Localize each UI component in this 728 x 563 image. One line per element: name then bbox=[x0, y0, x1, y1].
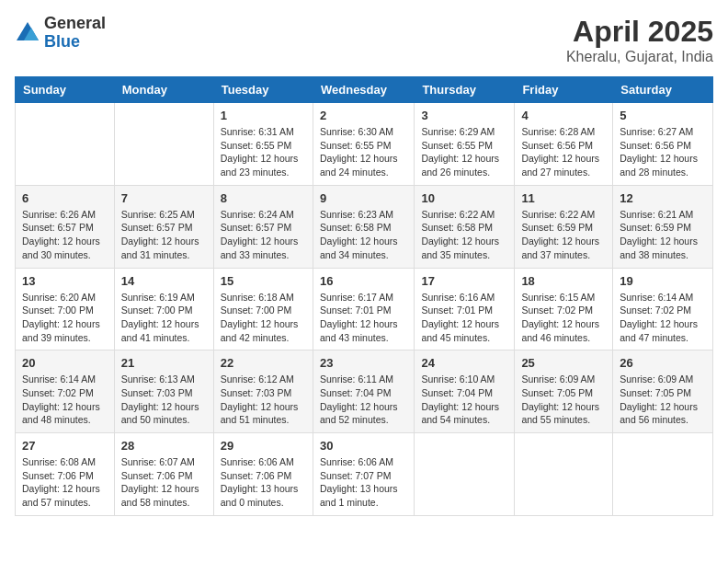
calendar-day-cell: 30Sunrise: 6:06 AM Sunset: 7:07 PM Dayli… bbox=[313, 433, 414, 516]
day-number: 1 bbox=[221, 109, 306, 122]
cell-sun-info: Sunrise: 6:17 AM Sunset: 7:01 PM Dayligh… bbox=[320, 291, 407, 345]
calendar-day-cell: 6Sunrise: 6:26 AM Sunset: 6:57 PM Daylig… bbox=[16, 185, 115, 268]
day-number: 20 bbox=[22, 356, 108, 370]
day-number: 10 bbox=[421, 191, 507, 205]
logo-blue-text: Blue bbox=[44, 33, 106, 52]
calendar-day-cell: 28Sunrise: 6:07 AM Sunset: 7:06 PM Dayli… bbox=[114, 433, 213, 516]
calendar-day-cell: 24Sunrise: 6:10 AM Sunset: 7:04 PM Dayli… bbox=[415, 350, 515, 433]
cell-sun-info: Sunrise: 6:18 AM Sunset: 7:00 PM Dayligh… bbox=[221, 291, 306, 345]
cell-sun-info: Sunrise: 6:13 AM Sunset: 7:03 PM Dayligh… bbox=[121, 373, 207, 427]
calendar-day-cell: 27Sunrise: 6:08 AM Sunset: 7:06 PM Dayli… bbox=[16, 433, 115, 516]
weekday-header-cell: Wednesday bbox=[313, 77, 414, 103]
weekday-header-cell: Saturday bbox=[613, 77, 713, 103]
day-number: 25 bbox=[521, 356, 606, 370]
day-number: 21 bbox=[121, 356, 207, 370]
calendar-day-cell bbox=[613, 433, 713, 516]
cell-sun-info: Sunrise: 6:22 AM Sunset: 6:59 PM Dayligh… bbox=[521, 208, 606, 262]
day-number: 27 bbox=[22, 439, 108, 453]
calendar-day-cell: 15Sunrise: 6:18 AM Sunset: 7:00 PM Dayli… bbox=[213, 268, 313, 350]
day-number: 4 bbox=[521, 109, 606, 122]
cell-sun-info: Sunrise: 6:27 AM Sunset: 6:56 PM Dayligh… bbox=[620, 125, 706, 179]
cell-sun-info: Sunrise: 6:16 AM Sunset: 7:01 PM Dayligh… bbox=[421, 291, 507, 345]
day-number: 23 bbox=[320, 356, 407, 370]
calendar-day-cell: 19Sunrise: 6:14 AM Sunset: 7:02 PM Dayli… bbox=[613, 268, 713, 350]
logo: General Blue bbox=[15, 15, 106, 52]
weekday-header-cell: Sunday bbox=[16, 77, 115, 103]
day-number: 28 bbox=[121, 439, 207, 453]
calendar-day-cell: 8Sunrise: 6:24 AM Sunset: 6:57 PM Daylig… bbox=[213, 185, 313, 268]
calendar-day-cell bbox=[515, 433, 613, 516]
calendar-day-cell: 21Sunrise: 6:13 AM Sunset: 7:03 PM Dayli… bbox=[114, 350, 213, 433]
cell-sun-info: Sunrise: 6:23 AM Sunset: 6:58 PM Dayligh… bbox=[320, 208, 407, 262]
cell-sun-info: Sunrise: 6:19 AM Sunset: 7:00 PM Dayligh… bbox=[121, 291, 207, 345]
day-number: 17 bbox=[421, 274, 507, 288]
calendar-day-cell: 5Sunrise: 6:27 AM Sunset: 6:56 PM Daylig… bbox=[613, 103, 713, 186]
cell-sun-info: Sunrise: 6:21 AM Sunset: 6:59 PM Dayligh… bbox=[620, 208, 706, 262]
cell-sun-info: Sunrise: 6:31 AM Sunset: 6:55 PM Dayligh… bbox=[221, 125, 306, 179]
day-number: 12 bbox=[620, 191, 706, 205]
day-number: 15 bbox=[221, 274, 306, 288]
cell-sun-info: Sunrise: 6:14 AM Sunset: 7:02 PM Dayligh… bbox=[620, 291, 706, 345]
calendar-day-cell bbox=[415, 433, 515, 516]
calendar-day-cell: 2Sunrise: 6:30 AM Sunset: 6:55 PM Daylig… bbox=[313, 103, 414, 186]
weekday-header-cell: Tuesday bbox=[213, 77, 313, 103]
cell-sun-info: Sunrise: 6:22 AM Sunset: 6:58 PM Dayligh… bbox=[421, 208, 507, 262]
cell-sun-info: Sunrise: 6:10 AM Sunset: 7:04 PM Dayligh… bbox=[421, 373, 507, 427]
cell-sun-info: Sunrise: 6:24 AM Sunset: 6:57 PM Dayligh… bbox=[221, 208, 306, 262]
day-number: 2 bbox=[320, 109, 407, 122]
calendar-table: SundayMondayTuesdayWednesdayThursdayFrid… bbox=[15, 76, 713, 516]
calendar-day-cell: 4Sunrise: 6:28 AM Sunset: 6:56 PM Daylig… bbox=[515, 103, 613, 186]
calendar-day-cell: 17Sunrise: 6:16 AM Sunset: 7:01 PM Dayli… bbox=[415, 268, 515, 350]
day-number: 6 bbox=[22, 191, 108, 205]
calendar-body: 1Sunrise: 6:31 AM Sunset: 6:55 PM Daylig… bbox=[16, 103, 713, 516]
calendar-day-cell: 16Sunrise: 6:17 AM Sunset: 7:01 PM Dayli… bbox=[313, 268, 414, 350]
day-number: 26 bbox=[620, 356, 706, 370]
calendar-day-cell: 20Sunrise: 6:14 AM Sunset: 7:02 PM Dayli… bbox=[16, 350, 115, 433]
calendar-week-row: 27Sunrise: 6:08 AM Sunset: 7:06 PM Dayli… bbox=[16, 433, 713, 516]
day-number: 9 bbox=[320, 191, 407, 205]
day-number: 13 bbox=[22, 274, 108, 288]
cell-sun-info: Sunrise: 6:08 AM Sunset: 7:06 PM Dayligh… bbox=[22, 455, 108, 510]
day-number: 8 bbox=[221, 191, 306, 205]
cell-sun-info: Sunrise: 6:30 AM Sunset: 6:55 PM Dayligh… bbox=[320, 125, 407, 179]
cell-sun-info: Sunrise: 6:20 AM Sunset: 7:00 PM Dayligh… bbox=[22, 291, 108, 345]
day-number: 30 bbox=[320, 439, 407, 453]
calendar-day-cell bbox=[114, 103, 213, 186]
calendar-day-cell bbox=[16, 103, 115, 186]
logo-icon bbox=[15, 20, 40, 46]
weekday-header-cell: Monday bbox=[114, 77, 213, 103]
cell-sun-info: Sunrise: 6:09 AM Sunset: 7:05 PM Dayligh… bbox=[620, 373, 706, 427]
weekday-header-cell: Thursday bbox=[415, 77, 515, 103]
day-number: 16 bbox=[320, 274, 407, 288]
calendar-day-cell: 1Sunrise: 6:31 AM Sunset: 6:55 PM Daylig… bbox=[213, 103, 313, 186]
cell-sun-info: Sunrise: 6:25 AM Sunset: 6:57 PM Dayligh… bbox=[121, 208, 207, 262]
weekday-header-cell: Friday bbox=[515, 77, 613, 103]
calendar-day-cell: 26Sunrise: 6:09 AM Sunset: 7:05 PM Dayli… bbox=[613, 350, 713, 433]
cell-sun-info: Sunrise: 6:14 AM Sunset: 7:02 PM Dayligh… bbox=[22, 373, 108, 427]
day-number: 18 bbox=[521, 274, 606, 288]
month-title: April 2025 bbox=[566, 15, 713, 49]
location-title: Kheralu, Gujarat, India bbox=[566, 49, 713, 65]
cell-sun-info: Sunrise: 6:12 AM Sunset: 7:03 PM Dayligh… bbox=[221, 373, 306, 427]
cell-sun-info: Sunrise: 6:26 AM Sunset: 6:57 PM Dayligh… bbox=[22, 208, 108, 262]
calendar-day-cell: 18Sunrise: 6:15 AM Sunset: 7:02 PM Dayli… bbox=[515, 268, 613, 350]
logo-general-text: General bbox=[44, 15, 106, 33]
calendar-day-cell: 29Sunrise: 6:06 AM Sunset: 7:06 PM Dayli… bbox=[213, 433, 313, 516]
cell-sun-info: Sunrise: 6:11 AM Sunset: 7:04 PM Dayligh… bbox=[320, 373, 407, 427]
calendar-day-cell: 9Sunrise: 6:23 AM Sunset: 6:58 PM Daylig… bbox=[313, 185, 414, 268]
day-number: 19 bbox=[620, 274, 706, 288]
calendar-day-cell: 14Sunrise: 6:19 AM Sunset: 7:00 PM Dayli… bbox=[114, 268, 213, 350]
day-number: 22 bbox=[221, 356, 306, 370]
calendar-day-cell: 3Sunrise: 6:29 AM Sunset: 6:55 PM Daylig… bbox=[415, 103, 515, 186]
calendar-week-row: 6Sunrise: 6:26 AM Sunset: 6:57 PM Daylig… bbox=[16, 185, 713, 268]
calendar-day-cell: 22Sunrise: 6:12 AM Sunset: 7:03 PM Dayli… bbox=[213, 350, 313, 433]
calendar-week-row: 13Sunrise: 6:20 AM Sunset: 7:00 PM Dayli… bbox=[16, 268, 713, 350]
cell-sun-info: Sunrise: 6:07 AM Sunset: 7:06 PM Dayligh… bbox=[121, 455, 207, 510]
cell-sun-info: Sunrise: 6:15 AM Sunset: 7:02 PM Dayligh… bbox=[521, 291, 606, 345]
calendar-week-row: 20Sunrise: 6:14 AM Sunset: 7:02 PM Dayli… bbox=[16, 350, 713, 433]
calendar-day-cell: 7Sunrise: 6:25 AM Sunset: 6:57 PM Daylig… bbox=[114, 185, 213, 268]
header: General Blue April 2025 Kheralu, Gujarat… bbox=[15, 15, 713, 65]
day-number: 3 bbox=[421, 109, 507, 122]
title-area: April 2025 Kheralu, Gujarat, India bbox=[566, 15, 713, 65]
calendar-day-cell: 11Sunrise: 6:22 AM Sunset: 6:59 PM Dayli… bbox=[515, 185, 613, 268]
